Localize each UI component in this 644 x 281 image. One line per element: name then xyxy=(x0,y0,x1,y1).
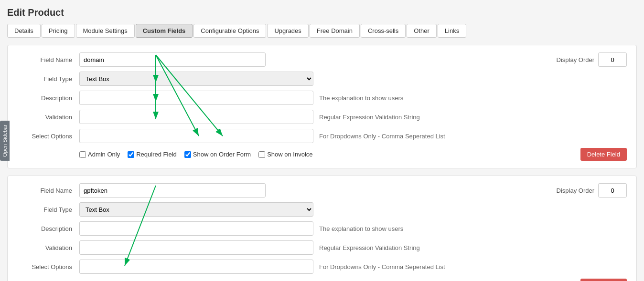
validation-label-2: Validation xyxy=(17,244,79,251)
field-type-row-1: Field Type Text Box Text Area Dropdown P… xyxy=(17,72,627,86)
validation-row-2: Validation Regular Expression Validation… xyxy=(17,240,627,255)
description-label-1: Description xyxy=(17,94,79,102)
select-options-row-1: Select Options For Dropdowns Only - Comm… xyxy=(17,129,627,143)
description-input-1[interactable] xyxy=(79,91,313,105)
tab-bar: Details Pricing Module Settings Custom F… xyxy=(7,24,637,38)
description-label-2: Description xyxy=(17,225,79,232)
show-order-form-check-1[interactable]: Show on Order Form xyxy=(184,151,251,158)
page-title: Edit Product xyxy=(7,7,637,18)
display-order-group-1: Display Order xyxy=(557,52,627,67)
tab-module-settings[interactable]: Module Settings xyxy=(76,24,135,38)
select-options-label-2: Select Options xyxy=(17,263,79,271)
field-type-label-1: Field Type xyxy=(17,75,79,83)
validation-hint-1: Regular Expression Validation String xyxy=(319,114,420,121)
show-order-form-checkbox-1[interactable] xyxy=(184,151,191,158)
validation-input-1[interactable] xyxy=(79,110,313,124)
card-2: Field Name Display Order Field Type Text… xyxy=(7,176,637,281)
tab-custom-fields[interactable]: Custom Fields xyxy=(136,24,193,38)
validation-input-2[interactable] xyxy=(79,240,313,255)
show-invoice-check-1[interactable]: Show on Invoice xyxy=(258,151,312,158)
delete-field-button-1[interactable]: Delete Field xyxy=(580,148,627,161)
description-row-1: Description The explanation to show user… xyxy=(17,91,627,105)
required-field-check-1[interactable]: Required Field xyxy=(128,151,177,158)
checkboxes-row-2: Admin Only Required Field Show on Order … xyxy=(17,279,627,281)
tab-cross-sells[interactable]: Cross-sells xyxy=(361,24,406,38)
description-hint-1: The explanation to show users xyxy=(319,94,403,102)
field-type-select-2[interactable]: Text Box Text Area Dropdown Password Che… xyxy=(79,202,313,217)
select-options-hint-1: For Dropdowns Only - Comma Seperated Lis… xyxy=(319,133,445,140)
description-hint-2: The explanation to show users xyxy=(319,225,403,232)
show-invoice-checkbox-1[interactable] xyxy=(258,151,265,158)
validation-hint-2: Regular Expression Validation String xyxy=(319,244,420,251)
required-field-checkbox-1[interactable] xyxy=(128,151,134,158)
field-name-input-2[interactable] xyxy=(79,183,266,198)
field-type-row-2: Field Type Text Box Text Area Dropdown P… xyxy=(17,202,627,217)
description-row-2: Description The explanation to show user… xyxy=(17,221,627,236)
tab-upgrades[interactable]: Upgrades xyxy=(267,24,308,38)
admin-only-checkbox-1[interactable] xyxy=(79,151,86,158)
display-order-input-1[interactable] xyxy=(598,52,627,67)
validation-label-1: Validation xyxy=(17,114,79,121)
checkboxes-row-1: Admin Only Required Field Show on Order … xyxy=(17,148,627,161)
select-options-hint-2: For Dropdowns Only - Comma Seperated Lis… xyxy=(319,263,445,271)
tab-pricing[interactable]: Pricing xyxy=(42,24,75,38)
display-order-input-2[interactable] xyxy=(598,183,627,198)
tab-configurable-options[interactable]: Configurable Options xyxy=(193,24,266,38)
select-options-input-2[interactable] xyxy=(79,260,313,274)
field-name-row-1: Field Name Display Order xyxy=(17,52,627,67)
admin-only-check-1[interactable]: Admin Only xyxy=(79,151,120,158)
select-options-input-1[interactable] xyxy=(79,129,313,143)
tab-details[interactable]: Details xyxy=(7,24,41,38)
description-input-2[interactable] xyxy=(79,221,313,236)
field-type-label-2: Field Type xyxy=(17,206,79,213)
delete-field-button-2[interactable]: Delete Field xyxy=(580,279,627,281)
card-1: Field Name Display Order Field Type Text… xyxy=(7,45,637,168)
select-options-label-1: Select Options xyxy=(17,133,79,140)
field-type-select-1[interactable]: Text Box Text Area Dropdown Password Che… xyxy=(79,72,313,86)
field-name-label-1: Field Name xyxy=(17,56,79,63)
display-order-label-1: Display Order xyxy=(557,56,594,63)
select-options-row-2: Select Options For Dropdowns Only - Comm… xyxy=(17,260,627,274)
tab-free-domain[interactable]: Free Domain xyxy=(310,24,360,38)
field-name-row-2: Field Name Display Order xyxy=(17,183,627,198)
field-name-input-1[interactable] xyxy=(79,52,266,67)
field-name-label-2: Field Name xyxy=(17,187,79,194)
tab-other[interactable]: Other xyxy=(407,24,437,38)
tab-links[interactable]: Links xyxy=(438,24,466,38)
display-order-label-2: Display Order xyxy=(557,187,594,194)
display-order-group-2: Display Order xyxy=(557,183,627,198)
validation-row-1: Validation Regular Expression Validation… xyxy=(17,110,627,124)
sidebar-toggle[interactable]: Open Sidebar xyxy=(0,121,10,161)
